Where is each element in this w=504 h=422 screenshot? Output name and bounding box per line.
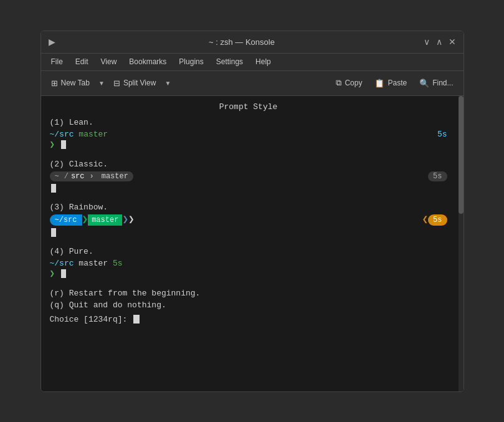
style-classic: (2) Classic. ~ / src › master 5s — [50, 160, 447, 193]
terminal-icon: ▶ — [49, 37, 55, 47]
find-button[interactable]: 🔍 Find... — [414, 76, 458, 90]
menubar: File Edit View Bookmarks Plugins Setting… — [41, 54, 464, 71]
lean-cursor — [61, 140, 66, 149]
window-controls: ∨ ∧ ✕ — [424, 37, 456, 46]
paste-label: Paste — [388, 79, 407, 87]
toolbar: ⊞ New Tab ▼ ⊟ Split View ▼ ⧉ Copy 📋 Past… — [41, 71, 464, 96]
restart-line: (r) Restart from the beginning. — [50, 289, 447, 298]
prompt-style-heading: Prompt Style — [50, 102, 447, 112]
menu-view[interactable]: View — [96, 56, 122, 67]
scrollbar-thumb[interactable] — [459, 96, 464, 214]
style-classic-label: (2) Classic. — [50, 160, 447, 169]
lean-prompt-line: ~/src master 5s — [50, 130, 447, 139]
maximize-button[interactable]: ∧ — [436, 37, 442, 46]
new-tab-button[interactable]: ⊞ New Tab — [46, 76, 95, 90]
split-view-dropdown[interactable]: ▼ — [163, 77, 172, 89]
rainbow-arrow3-icon: ❯ — [128, 215, 135, 225]
menu-help[interactable]: Help — [250, 56, 276, 67]
split-view-label: Split View — [123, 79, 156, 87]
new-tab-label: New Tab — [61, 79, 90, 87]
terminal-content: Prompt Style (1) Lean. ~/src master 5s ❯ — [50, 102, 455, 324]
style-pure: (4) Pure. ~/src master 5s ❯ — [50, 247, 447, 279]
classic-prompt-line: ~ / src › master 5s — [50, 171, 447, 181]
rainbow-prompt-line: ~/src ❯ master ❯ ❯ ❮ 5s — [50, 214, 447, 226]
style-pure-label: (4) Pure. — [50, 247, 447, 256]
style-rainbow-label: (3) Rainbow. — [50, 203, 447, 212]
window-title: ~ : zsh — Konsole — [60, 37, 424, 47]
paste-button[interactable]: 📋 Paste — [369, 76, 412, 90]
titlebar: ▶ ~ : zsh — Konsole ∨ ∧ ✕ — [41, 31, 464, 54]
copy-icon: ⧉ — [336, 78, 341, 88]
menu-file[interactable]: File — [46, 56, 68, 67]
copy-button[interactable]: ⧉ Copy — [331, 75, 367, 90]
pure-prompt-line: ~/src master 5s — [50, 259, 447, 268]
minimize-button[interactable]: ∨ — [424, 37, 430, 46]
paste-icon: 📋 — [374, 79, 384, 88]
find-label: Find... — [432, 79, 453, 87]
terminal-area[interactable]: Prompt Style (1) Lean. ~/src master 5s ❯ — [41, 96, 464, 391]
close-button[interactable]: ✕ — [449, 37, 456, 46]
find-icon: 🔍 — [419, 79, 429, 88]
style-lean-label: (1) Lean. — [50, 118, 447, 127]
choice-cursor — [133, 315, 140, 324]
copy-label: Copy — [345, 79, 362, 87]
pure-cursor — [61, 269, 66, 278]
menu-settings[interactable]: Settings — [211, 56, 248, 67]
konsole-window: ▶ ~ : zsh — Konsole ∨ ∧ ✕ File Edit View… — [40, 31, 464, 392]
rainbow-cursor — [51, 228, 56, 237]
new-tab-dropdown[interactable]: ▼ — [97, 77, 106, 89]
rainbow-arrow1-icon: ❯ — [82, 215, 88, 225]
menu-plugins[interactable]: Plugins — [174, 56, 208, 67]
new-tab-icon: ⊞ — [51, 79, 58, 88]
rainbow-arrow2-icon: ❯ — [122, 215, 128, 225]
split-view-button[interactable]: ⊟ Split View — [108, 76, 161, 90]
scrollbar[interactable] — [459, 96, 464, 391]
classic-cursor — [51, 184, 56, 193]
style-rainbow: (3) Rainbow. ~/src ❯ master ❯ ❯ ❮ 5s — [50, 203, 447, 237]
split-view-icon: ⊟ — [113, 79, 120, 88]
style-lean: (1) Lean. ~/src master 5s ❯ — [50, 118, 447, 150]
menu-edit[interactable]: Edit — [70, 56, 93, 67]
rainbow-time-arrow-icon: ❮ — [422, 215, 428, 225]
quit-line: (q) Quit and do nothing. — [50, 300, 447, 310]
menu-bookmarks[interactable]: Bookmarks — [124, 56, 171, 67]
choice-line: Choice [1234rq]: — [50, 315, 447, 324]
